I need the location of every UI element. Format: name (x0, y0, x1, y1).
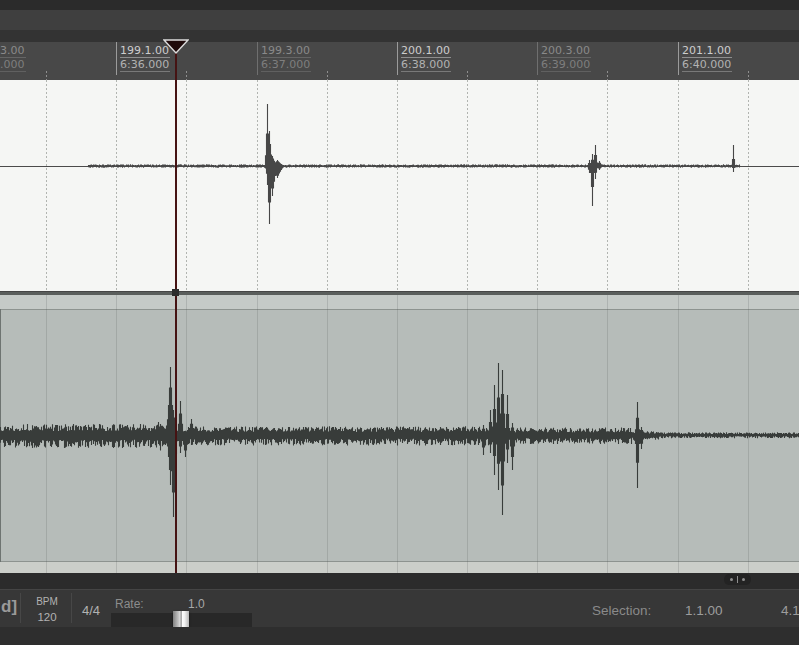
waveform-bottom (0, 295, 799, 573)
ruler-label-tick (397, 42, 398, 75)
bpm-value[interactable]: 120 (30, 611, 64, 623)
ruler-label: 3.00.000 (0, 44, 26, 72)
ruler-label: 199.3.006:37.000 (261, 44, 311, 72)
ruler-label: 201.1.006:40.000 (682, 44, 732, 72)
bpm-label: BPM (30, 596, 64, 607)
ruler-beat-tick (748, 71, 749, 80)
selection-start-value[interactable]: 1.1.00 (685, 603, 723, 618)
separator (20, 593, 21, 623)
horizontal-scrollbar-grip[interactable] (724, 574, 751, 585)
ruler-beat-tick (607, 71, 608, 80)
transport-understrip (0, 627, 799, 645)
ruler-beat-tick (46, 71, 47, 80)
playhead-grid-nub (172, 289, 179, 296)
daw-window: 3.00.000199.1.006:36.000199.3.006:37.000… (0, 0, 799, 645)
ruler-beat-tick (467, 71, 468, 80)
ruler-label: 200.1.006:38.000 (401, 44, 451, 72)
grip-dot-icon (730, 578, 733, 581)
separator (71, 593, 72, 623)
window-chrome-strip (0, 0, 799, 10)
grip-line-icon (737, 576, 738, 583)
playhead-line (175, 42, 177, 576)
selection-end-value[interactable]: 4.1 (781, 603, 799, 618)
ruler-label-tick (116, 42, 117, 75)
rate-value[interactable]: 1.0 (188, 597, 205, 611)
transport-bar: d] BPM 120 4/4 Rate: 1.0 Selection: 1.1.… (0, 573, 799, 645)
toolbar-substrip (0, 30, 799, 42)
transport-status-text: d] (1, 597, 17, 617)
grip-dot-icon (742, 578, 745, 581)
ruler-label: 200.3.006:39.000 (541, 44, 591, 72)
ruler-label-tick (537, 42, 538, 75)
waveform-top (0, 80, 799, 291)
rate-label: Rate: (115, 597, 144, 611)
transport-row: d] BPM 120 4/4 Rate: 1.0 Selection: 1.1.… (0, 589, 799, 627)
time-signature[interactable]: 4/4 (74, 603, 108, 618)
ruler-beat-tick (327, 71, 328, 80)
playhead-marker[interactable] (163, 39, 189, 55)
rate-slider[interactable] (111, 613, 252, 627)
ruler-label-tick (257, 42, 258, 75)
ruler-beat-tick (186, 71, 187, 80)
timeline-ruler[interactable]: 3.00.000199.1.006:36.000199.3.006:37.000… (0, 42, 799, 80)
ruler-label-tick (678, 42, 679, 75)
selection-label: Selection: (592, 603, 651, 618)
toolbar-strip (0, 10, 799, 30)
